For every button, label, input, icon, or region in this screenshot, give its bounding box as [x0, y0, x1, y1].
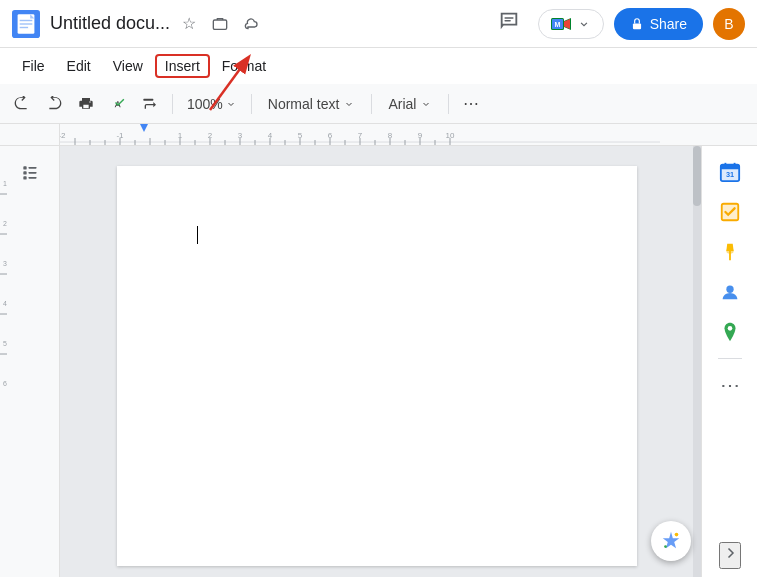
- contacts-icon: [719, 281, 741, 303]
- tasks-button[interactable]: [712, 194, 748, 230]
- svg-text:10: 10: [446, 131, 455, 140]
- meet-icon: M: [551, 16, 571, 32]
- paint-format-button[interactable]: [136, 92, 164, 116]
- svg-text:2: 2: [208, 131, 213, 140]
- right-sidebar-separator: [718, 358, 742, 359]
- ruler-left: [0, 124, 60, 145]
- calendar-button[interactable]: 31: [712, 154, 748, 190]
- separator-3: [371, 94, 372, 114]
- document-page[interactable]: [117, 166, 637, 566]
- svg-text:3: 3: [238, 131, 243, 140]
- svg-rect-6: [20, 26, 28, 27]
- svg-point-87: [726, 248, 733, 254]
- keep-icon: [719, 241, 741, 263]
- maps-button[interactable]: [712, 314, 748, 350]
- scrollbar[interactable]: [693, 146, 701, 577]
- right-sidebar: 31: [701, 146, 757, 577]
- menu-edit[interactable]: Edit: [57, 54, 101, 78]
- zoom-chevron-icon: [225, 98, 237, 110]
- title-icons: ☆: [178, 10, 264, 37]
- svg-text:8: 8: [388, 131, 393, 140]
- svg-rect-10: [504, 20, 510, 21]
- menu-view[interactable]: View: [103, 54, 153, 78]
- svg-text:9: 9: [418, 131, 423, 140]
- svg-text:-2: -2: [60, 131, 66, 140]
- svg-text:31: 31: [725, 170, 733, 179]
- scrollbar-thumb[interactable]: [693, 146, 701, 206]
- cloud-button[interactable]: [240, 12, 264, 36]
- keep-button[interactable]: [712, 234, 748, 270]
- comment-button[interactable]: [490, 6, 528, 41]
- spellcheck-button[interactable]: [104, 92, 132, 116]
- svg-text:-1: -1: [116, 131, 124, 140]
- svg-text:3: 3: [3, 260, 7, 267]
- contacts-button[interactable]: [712, 274, 748, 310]
- svg-text:4: 4: [3, 300, 7, 307]
- header-right: M Share B: [490, 6, 745, 41]
- style-chevron-icon: [343, 98, 355, 110]
- text-cursor: [197, 226, 198, 244]
- lock-icon: [630, 17, 644, 31]
- ruler-svg: -2 -1 1 2 3 4: [60, 124, 757, 145]
- menu-insert[interactable]: Insert: [155, 54, 210, 78]
- more-options-button[interactable]: ⋯: [457, 90, 485, 117]
- svg-text:2: 2: [3, 220, 7, 227]
- font-chevron-icon: [420, 98, 432, 110]
- svg-text:5: 5: [298, 131, 303, 140]
- share-button[interactable]: Share: [614, 8, 703, 40]
- svg-text:4: 4: [268, 131, 273, 140]
- document-area[interactable]: [60, 146, 693, 577]
- ai-sparkle-icon: [660, 530, 682, 552]
- svg-text:6: 6: [3, 380, 7, 387]
- svg-rect-8: [213, 20, 226, 29]
- ai-assistant-button[interactable]: [651, 521, 691, 561]
- redo-button[interactable]: [40, 92, 68, 116]
- font-selector[interactable]: Arial: [380, 92, 440, 116]
- star-button[interactable]: ☆: [178, 10, 200, 37]
- svg-marker-14: [564, 19, 570, 29]
- meet-button[interactable]: M: [538, 9, 604, 39]
- maps-icon: [719, 321, 741, 343]
- svg-text:1: 1: [3, 180, 7, 187]
- menu-format[interactable]: Format: [212, 54, 276, 78]
- svg-point-88: [726, 286, 733, 293]
- menu-file[interactable]: File: [12, 54, 55, 78]
- svg-rect-81: [720, 165, 738, 170]
- svg-point-90: [675, 533, 679, 537]
- svg-text:7: 7: [358, 131, 363, 140]
- svg-point-91: [664, 545, 667, 548]
- ruler-main: -2 -1 1 2 3 4: [60, 124, 757, 145]
- undo-button[interactable]: [8, 92, 36, 116]
- svg-point-89: [727, 326, 732, 331]
- style-selector[interactable]: Normal text: [260, 92, 364, 116]
- expand-sidebar-button[interactable]: [719, 542, 741, 569]
- docs-app-icon: [12, 10, 40, 38]
- user-avatar[interactable]: B: [713, 8, 745, 40]
- zoom-selector[interactable]: 100%: [181, 92, 243, 116]
- print-button[interactable]: [72, 92, 100, 116]
- document-title[interactable]: Untitled docu...: [50, 13, 170, 34]
- svg-rect-9: [504, 17, 513, 18]
- svg-rect-4: [20, 19, 33, 20]
- svg-rect-18: [143, 98, 153, 100]
- separator-1: [172, 94, 173, 114]
- menu-bar: File Edit View Insert Format: [0, 48, 757, 84]
- separator-2: [251, 94, 252, 114]
- svg-rect-17: [633, 23, 641, 29]
- ruler: -2 -1 1 2 3 4: [0, 124, 757, 146]
- tasks-icon: [719, 201, 741, 223]
- calendar-icon: 31: [719, 161, 741, 183]
- more-apps-button[interactable]: ⋯: [712, 367, 748, 403]
- vertical-ruler: 1 2 3 4 5 6: [0, 146, 59, 546]
- svg-text:1: 1: [178, 131, 183, 140]
- svg-text:6: 6: [328, 131, 333, 140]
- main-area: 1 2 3 4 5 6: [0, 146, 757, 577]
- left-sidebar: 1 2 3 4 5 6: [0, 146, 60, 577]
- separator-4: [448, 94, 449, 114]
- drive-button[interactable]: [208, 12, 232, 36]
- svg-text:M: M: [554, 20, 560, 27]
- toolbar: 100% Normal text Arial ⋯: [0, 84, 757, 124]
- title-bar: Untitled docu... ☆ M Share: [0, 0, 757, 48]
- chevron-right-icon: [721, 544, 739, 562]
- svg-rect-5: [20, 23, 33, 24]
